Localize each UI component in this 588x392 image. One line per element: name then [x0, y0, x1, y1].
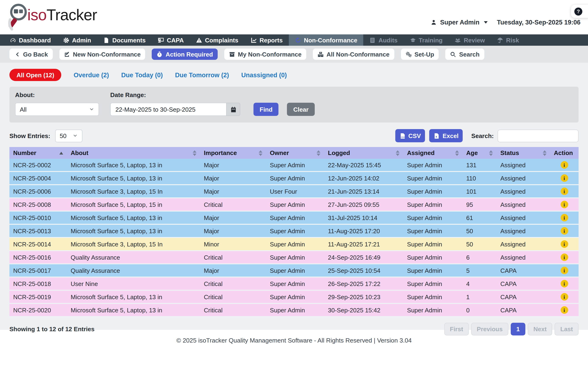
page-button-previous: Previous	[471, 323, 508, 336]
sort-icon	[455, 150, 459, 156]
cell-logged: 30-Sep-2025 15:42	[324, 304, 403, 316]
cell-owner: Super Admin	[266, 264, 324, 277]
logo-text: isoTracker	[27, 6, 97, 24]
all-non-conformance-button[interactable]: All Non-Conformance	[313, 48, 394, 60]
cell-assigned: Super Admin	[403, 238, 462, 251]
cell-owner: Super Admin	[266, 172, 324, 185]
table-row: NCR-25-0017Quality AssuranceMajorSuper A…	[10, 264, 578, 277]
column-header-number[interactable]: Number	[10, 147, 67, 159]
clear-button[interactable]: Clear	[287, 103, 315, 116]
page-button-first: First	[444, 323, 469, 336]
svg-text:x: x	[436, 134, 438, 138]
cell-logged: 11-Aug-2025 17:21	[324, 238, 403, 251]
nav-item-capa[interactable]: CAPA	[152, 34, 190, 46]
nav-item-complaints[interactable]: Complaints	[190, 34, 244, 46]
cell-status: CAPA	[496, 277, 550, 290]
nav-item-label: Non-Conformance	[304, 36, 357, 44]
nav-item-admin[interactable]: Admin	[57, 34, 97, 46]
cell-importance: Critical	[200, 198, 266, 211]
cell-owner: Super Admin	[266, 211, 324, 224]
cell-about: User Nine	[67, 277, 200, 290]
date-range-input[interactable]	[110, 103, 226, 116]
info-icon[interactable]: i	[560, 254, 568, 261]
sort-icon	[259, 150, 262, 156]
column-label: Action	[554, 149, 573, 156]
cell-number: NCR-25-0008	[10, 198, 67, 211]
set-up-button[interactable]: Set-Up	[401, 48, 439, 60]
boxes-icon	[318, 51, 324, 57]
filter-tab-unassigned[interactable]: Unassigned (0)	[241, 72, 287, 78]
cell-age: 4	[462, 277, 496, 290]
cell-logged: 27-Jun-2025 09:55	[324, 198, 403, 211]
tool-button-label: Set-Up	[414, 51, 434, 58]
column-header-status[interactable]: Status	[496, 147, 550, 159]
tool-button-label: My Non-Conformance	[238, 51, 302, 58]
cell-assigned: Super Admin	[403, 290, 462, 304]
date-range-field: Date Range:	[110, 92, 240, 116]
cell-assigned: Super Admin	[403, 211, 462, 224]
show-entries-select[interactable]: 50	[55, 129, 82, 142]
info-icon[interactable]: i	[560, 240, 568, 248]
nav-item-non-conformance[interactable]: Non-Conformance	[289, 34, 364, 46]
about-select[interactable]: All	[15, 103, 99, 116]
info-icon[interactable]: i	[560, 188, 568, 195]
cell-number: NCR-25-0019	[10, 290, 67, 304]
cell-action: i	[550, 264, 578, 277]
table-search-input[interactable]	[498, 129, 578, 142]
cell-age: 6	[462, 251, 496, 264]
column-header-owner[interactable]: Owner	[266, 147, 324, 159]
cell-about: Microsoft Surface 5, Laptop, 13 in	[67, 172, 200, 185]
go-back-button[interactable]: Go Back	[10, 48, 53, 60]
cell-action: i	[550, 277, 578, 290]
filter-tab-all-open[interactable]: All Open (12)	[10, 69, 61, 81]
nonconformance-table: NumberAboutImportanceOwnerLoggedAssigned…	[10, 147, 578, 317]
about-field: About: All	[15, 92, 99, 116]
calendar-button[interactable]	[226, 103, 240, 116]
column-header-importance[interactable]: Importance	[200, 147, 266, 159]
csv-export-button[interactable]: CSV CSV	[395, 129, 425, 142]
search-button[interactable]: Search	[446, 48, 484, 60]
help-button[interactable]: ?	[574, 7, 582, 15]
sort-ascending-icon	[59, 152, 63, 154]
page-button-1[interactable]: 1	[511, 323, 525, 336]
user-menu-label: Super Admin	[440, 19, 480, 26]
column-header-age[interactable]: Age	[462, 147, 496, 159]
find-button[interactable]: Find	[254, 103, 279, 116]
nav-item-reports[interactable]: Reports	[244, 34, 289, 46]
cell-number: NCR-25-0016	[10, 251, 67, 264]
table-row: NCR-25-0006Microsoft Surface 3, Laptop, …	[10, 185, 578, 198]
column-header-logged[interactable]: Logged	[324, 147, 403, 159]
chevron-left-icon	[14, 51, 20, 57]
new-non-conformance-button[interactable]: New Non-Conformance	[59, 48, 145, 60]
info-icon[interactable]: i	[560, 227, 568, 235]
filter-tab-overdue[interactable]: Overdue (2)	[74, 72, 109, 78]
column-header-assigned[interactable]: Assigned	[403, 147, 462, 159]
filter-tab-due-today[interactable]: Due Today (0)	[121, 72, 163, 78]
column-header-about[interactable]: About	[67, 147, 200, 159]
filter-tab-due-tomorrow[interactable]: Due Tomorrow (2)	[175, 72, 229, 78]
table-body: NCR-25-0002Microsoft Surface 5, Laptop, …	[10, 159, 578, 316]
info-icon[interactable]: i	[560, 161, 568, 169]
cell-action: i	[550, 290, 578, 304]
action-required-button[interactable]: Action Required	[152, 48, 218, 60]
info-icon[interactable]: i	[560, 214, 568, 222]
cell-age: 95	[462, 198, 496, 211]
nav-item-documents[interactable]: Documents	[97, 34, 152, 46]
info-icon[interactable]: i	[560, 306, 568, 314]
gears-icon	[406, 51, 412, 57]
info-icon[interactable]: i	[560, 280, 568, 288]
cell-status: Assigned	[496, 211, 550, 224]
info-icon[interactable]: i	[560, 201, 568, 208]
logo-text-iso: iso	[27, 6, 46, 24]
nav-item-dashboard[interactable]: Dashboard	[4, 34, 57, 46]
my-non-conformance-button[interactable]: My Non-Conformance	[224, 48, 306, 60]
info-icon[interactable]: i	[560, 293, 568, 300]
tool-button-label: Go Back	[23, 51, 48, 58]
tool-button-label: New Non-Conformance	[73, 51, 141, 58]
user-menu[interactable]: Super Admin	[431, 19, 488, 26]
refresh-icon	[295, 37, 301, 43]
info-icon[interactable]: i	[560, 267, 568, 274]
excel-export-button[interactable]: x Excel	[430, 129, 463, 142]
cell-about: Microsoft Surface 5, Laptop, 13 in	[67, 211, 200, 224]
info-icon[interactable]: i	[560, 174, 568, 182]
